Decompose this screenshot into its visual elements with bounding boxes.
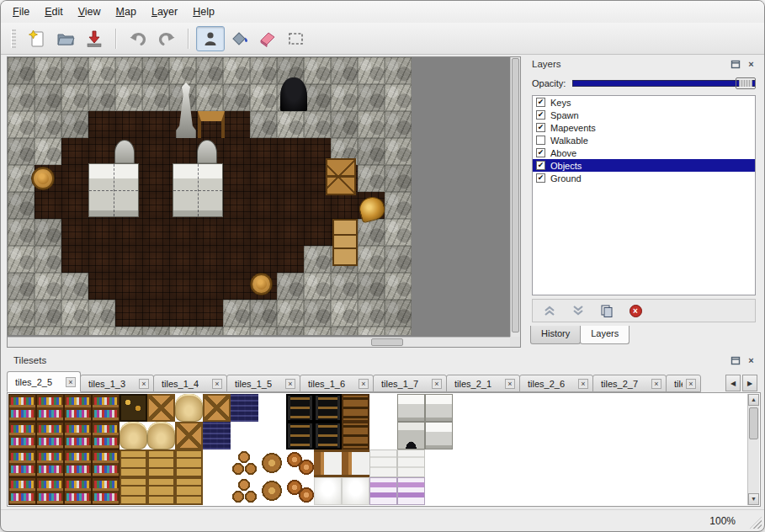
open-file-button[interactable] — [51, 26, 80, 51]
tileset-tile[interactable] — [120, 477, 147, 505]
delete-layer-button[interactable]: × — [625, 302, 645, 319]
tab-close-icon[interactable]: × — [686, 379, 696, 389]
tileset-tile[interactable] — [397, 477, 425, 505]
tileset-tab-tiles_1_3[interactable]: tiles_1_3× — [80, 375, 154, 392]
tileset-tile[interactable] — [231, 394, 258, 422]
tileset-tile[interactable] — [36, 422, 64, 450]
tileset-tile[interactable] — [397, 394, 425, 422]
tileset-tile[interactable] — [203, 450, 231, 477]
layer-row-objects[interactable]: ✔Objects — [533, 159, 755, 172]
opacity-slider-handle[interactable] — [736, 77, 756, 89]
map-viewport[interactable] — [8, 57, 510, 337]
undo-button[interactable] — [124, 26, 152, 51]
layer-row-keys[interactable]: ✔Keys — [533, 96, 755, 109]
tileset-tile[interactable] — [175, 394, 203, 422]
opacity-slider-track[interactable] — [572, 80, 756, 87]
layer-visibility-checkbox[interactable]: ✔ — [536, 98, 545, 107]
tab-close-icon[interactable]: × — [432, 379, 442, 389]
tileset-tile[interactable] — [258, 450, 286, 477]
tab-close-icon[interactable]: × — [139, 379, 149, 389]
menu-file[interactable]: File — [13, 6, 29, 18]
tileset-tab-tiles_1_6[interactable]: tiles_1_6× — [300, 375, 374, 392]
tileset-tile[interactable] — [397, 422, 425, 450]
map-vertical-scrollbar-thumb[interactable] — [512, 58, 519, 332]
close-panel-icon[interactable]: × — [745, 354, 757, 366]
layer-visibility-checkbox[interactable]: ✔ — [536, 110, 545, 120]
select-tool-button[interactable] — [282, 26, 311, 51]
redo-button[interactable] — [152, 26, 181, 51]
tileset-tile[interactable] — [342, 422, 369, 450]
tileset-tile[interactable] — [36, 450, 64, 477]
tileset-tile[interactable] — [203, 477, 231, 505]
menu-view[interactable]: View — [78, 6, 101, 18]
tileset-tile[interactable] — [258, 394, 286, 422]
tileset-tab-tiles_[interactable]: tiles_× — [666, 375, 701, 392]
tileset-tab-tiles_2_6[interactable]: tiles_2_6× — [519, 375, 593, 392]
tileset-tile[interactable] — [425, 394, 453, 422]
tileset-tile[interactable] — [8, 422, 36, 450]
new-file-button[interactable] — [23, 26, 51, 51]
tileset-tile[interactable] — [175, 450, 203, 477]
tileset-tile[interactable] — [64, 394, 92, 422]
tileset-tile[interactable] — [203, 394, 231, 422]
tileset-tile[interactable] — [425, 422, 453, 450]
tileset-tile[interactable] — [120, 394, 147, 422]
tileset-tile[interactable] — [258, 477, 286, 505]
tileset-tile[interactable] — [36, 477, 64, 505]
layer-row-mapevents[interactable]: ✔Mapevents — [533, 121, 755, 134]
tileset-tile[interactable] — [425, 450, 453, 477]
tileset-tile[interactable] — [203, 422, 231, 450]
tileset-tile[interactable] — [64, 477, 92, 505]
float-panel-icon[interactable] — [729, 354, 741, 366]
tileset-tab-tiles_1_5[interactable]: tiles_1_5× — [226, 375, 300, 392]
layer-row-walkable[interactable]: Walkable — [533, 134, 755, 146]
tileset-tile[interactable] — [397, 450, 425, 477]
tileset-tile[interactable] — [314, 422, 342, 450]
move-layer-up-button[interactable] — [539, 302, 560, 319]
opacity-slider[interactable] — [572, 77, 756, 89]
layer-visibility-checkbox[interactable] — [536, 136, 545, 145]
eraser-tool-button[interactable] — [253, 26, 282, 51]
tileset-tile[interactable] — [231, 477, 258, 505]
layer-row-spawn[interactable]: ✔Spawn — [533, 109, 755, 121]
resize-grip-icon[interactable] — [750, 517, 762, 529]
tileset-tile[interactable] — [8, 477, 36, 505]
layer-row-ground[interactable]: ✔Ground — [533, 172, 755, 184]
duplicate-layer-button[interactable] — [597, 302, 617, 319]
layer-visibility-checkbox[interactable]: ✔ — [536, 161, 545, 170]
map-horizontal-scrollbar-thumb[interactable] — [371, 338, 403, 346]
layer-visibility-checkbox[interactable]: ✔ — [536, 173, 545, 183]
tileset-tile[interactable] — [64, 450, 92, 477]
scroll-tabs-left-button[interactable]: ◀ — [725, 375, 741, 391]
tileset-tile[interactable] — [147, 422, 175, 450]
tileset-tile[interactable] — [369, 394, 397, 422]
tileset-grid[interactable] — [8, 394, 453, 505]
map-vertical-scrollbar[interactable] — [510, 57, 520, 337]
tileset-tile[interactable] — [175, 477, 203, 505]
save-button[interactable] — [80, 26, 109, 51]
tileset-tab-tiles_1_4[interactable]: tiles_1_4× — [153, 375, 227, 392]
tileset-tile[interactable] — [258, 422, 286, 450]
tileset-tile[interactable] — [342, 477, 369, 505]
tileset-tab-tiles_2_7[interactable]: tiles_2_7× — [592, 375, 667, 392]
tileset-tile[interactable] — [147, 477, 175, 505]
tileset-tile[interactable] — [286, 450, 314, 477]
tileset-tile[interactable] — [120, 450, 147, 477]
stamp-tool-button[interactable] — [196, 26, 225, 51]
tileset-tab-tiles_2_5[interactable]: tiles_2_5× — [7, 371, 81, 392]
tileset-tile[interactable] — [369, 477, 397, 505]
tileset-tile[interactable] — [314, 450, 342, 477]
tileset-tile[interactable] — [231, 450, 258, 477]
scroll-down-button[interactable]: ▼ — [748, 493, 759, 505]
tileset-tile[interactable] — [175, 422, 203, 450]
menu-map[interactable]: Map — [116, 6, 136, 18]
tab-layers[interactable]: Layers — [580, 326, 630, 344]
menu-layer[interactable]: Layer — [151, 6, 178, 18]
tileset-tile[interactable] — [147, 394, 175, 422]
tab-close-icon[interactable]: × — [651, 379, 661, 389]
scroll-tabs-right-button[interactable]: ▶ — [742, 375, 757, 391]
tileset-tile[interactable] — [342, 450, 369, 477]
tileset-tile[interactable] — [64, 422, 92, 450]
tileset-scrollbar-thumb[interactable] — [749, 407, 758, 439]
layer-row-above[interactable]: ✔Above — [533, 146, 755, 159]
